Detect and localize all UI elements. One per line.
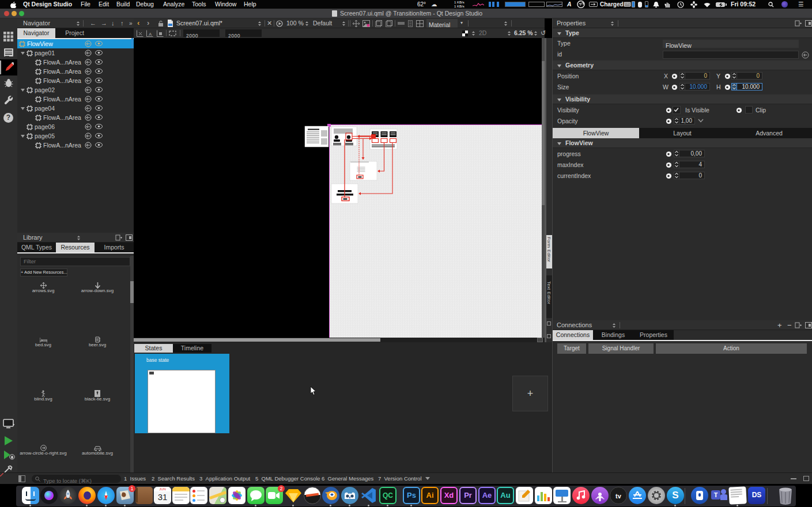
svg-text:A: A	[149, 32, 152, 37]
